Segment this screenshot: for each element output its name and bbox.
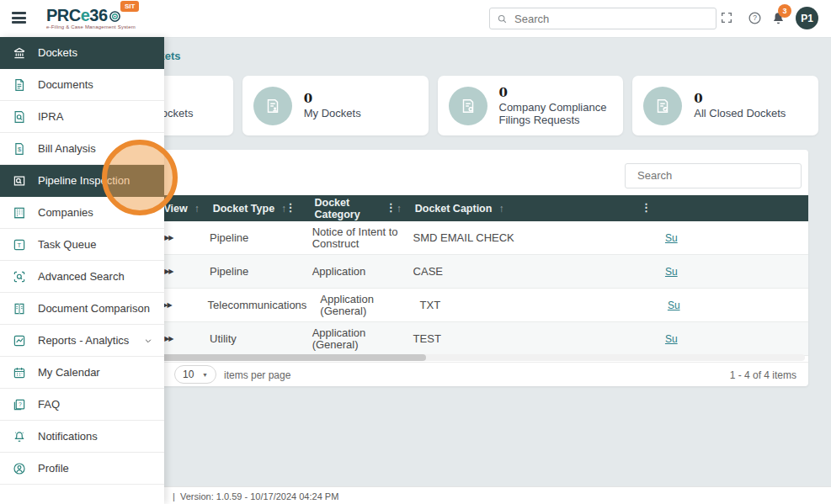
sidebar: Dockets Documents IPRA $ Bill Analysis P… [0,37,164,504]
card-count: 0 [499,86,624,99]
sidebar-item-documents[interactable]: Documents [0,69,164,101]
row-link[interactable]: Su [665,232,678,244]
sidebar-item-label: Profile [38,462,69,475]
column-label: Docket Caption [415,203,493,215]
sidebar-item-label: FAQ [38,398,60,411]
document-plus-icon [449,87,487,125]
page-size-select[interactable]: 10 ▼ [174,365,216,384]
task-icon: T [12,237,27,252]
cell-docket-caption: TEST [400,322,657,355]
app-window: Dockets 0 All Open Dockets 0 My Dockets [0,0,831,504]
fullscreen-icon[interactable] [720,11,733,24]
version-label: Version: 1.0.59 - 10/17/2024 04:24 PM [180,491,338,501]
sidebar-item-label: Notifications [38,430,98,443]
pager-range-label: 1 - 4 of 4 items [730,369,796,381]
sidebar-item-faq[interactable]: ? FAQ [0,389,164,421]
row-link[interactable]: Su [668,300,680,311]
card-company-compliance[interactable]: 0 Company Compliance Filings Requests [438,76,624,135]
sidebar-item-label: Bill Analysis [38,142,96,155]
top-bar: PRCe36 e-Filing & Case Management System… [0,0,831,38]
sort-asc-icon: ↑ [498,203,503,215]
user-avatar[interactable]: P1 [796,7,818,29]
bank-icon [12,45,27,61]
expand-row-icon[interactable]: ▶▶ [164,232,173,244]
cell-docket-caption: CASE [400,255,657,288]
column-header-docket-category[interactable]: Docket Category↑⋮ [301,195,402,221]
notification-count-badge: 3 [778,4,791,18]
sidebar-item-label: My Calendar [38,366,100,379]
sidebar-item-task-queue[interactable]: T Task Queue [0,229,164,261]
menu-toggle-icon[interactable] [12,12,26,24]
svg-text:?: ? [19,401,22,406]
search-icon [497,13,508,24]
column-menu-icon[interactable]: ⋮ [285,202,296,214]
column-header-docket-caption[interactable]: Docket Caption↑⋮ [402,195,657,221]
sidebar-item-label: Task Queue [38,238,96,251]
bell-icon [12,429,27,444]
card-label: Company Compliance Filings Requests [499,101,624,126]
expand-row-icon[interactable]: ▶▶ [164,266,173,278]
sidebar-item-label: Advanced Search [38,270,125,283]
building-icon [12,205,27,220]
document-icon [12,77,27,93]
sidebar-item-label: Companies [38,206,93,219]
file-search-icon [12,109,27,125]
profile-icon [12,461,27,476]
advanced-search-icon [12,269,27,284]
card-all-closed-dockets[interactable]: 0 All Closed Dockets [632,76,818,135]
sidebar-item-my-calendar[interactable]: My Calendar [0,357,164,389]
global-search[interactable] [489,8,716,29]
document-user-icon [253,87,292,125]
card-my-dockets[interactable]: 0 My Dockets [242,76,429,135]
cell-docket-caption: TXT [407,289,659,321]
sidebar-item-advanced-search[interactable]: Advanced Search [0,261,164,293]
environment-badge: SIT [120,1,139,12]
card-count: 0 [694,92,786,105]
sidebar-item-document-comparison[interactable]: Document Comparison [0,293,164,325]
chart-icon [12,333,27,348]
sidebar-item-ipra[interactable]: IPRA [0,101,164,133]
column-menu-icon[interactable]: ⋮ [641,202,652,214]
column-header-docket-type[interactable]: Docket Type↑⋮ [200,195,301,221]
sidebar-item-dockets[interactable]: Dockets [0,37,164,69]
row-link[interactable]: Su [665,333,678,345]
column-label: Docket Type [213,203,274,215]
pipeline-search-icon [12,173,27,188]
sidebar-item-label: Reports - Analytics [38,334,129,347]
sidebar-item-profile[interactable]: Profile [0,453,164,485]
document-check-icon [643,87,682,125]
column-menu-icon[interactable]: ⋮ [386,202,397,214]
column-label: Docket Category [315,197,390,220]
card-label: My Dockets [304,107,361,119]
column-header-next[interactable] [657,195,808,221]
cell-docket-caption: SMD EMAIL CHECK [400,221,657,254]
calendar-icon [12,365,27,380]
logo-swirl-icon [109,10,121,23]
expand-row-icon[interactable]: ▶▶ [164,333,173,345]
svg-text:?: ? [753,13,757,22]
sidebar-item-reports-analytics[interactable]: Reports - Analytics [0,325,164,357]
grid-filter-search[interactable] [625,163,802,188]
sidebar-item-notifications[interactable]: Notifications [0,421,164,453]
global-search-input[interactable] [513,12,693,26]
svg-text:T: T [18,241,22,248]
page-size-value: 10 [183,369,194,380]
cell-docket-type: Pipeline [196,255,299,288]
sidebar-item-label: Documents [38,78,93,91]
cell-docket-type: Pipeline [196,221,299,254]
row-link[interactable]: Su [665,266,678,278]
chevron-down-icon: ▼ [202,372,208,378]
cell-docket-category: Application (General) [299,322,400,355]
footer-separator: | [173,491,175,501]
cell-docket-type: Telecommunications [194,289,307,321]
help-icon[interactable]: ? [748,11,762,25]
cell-docket-category: Application [299,255,400,288]
click-indicator [102,140,178,215]
card-label: All Closed Dockets [694,107,786,119]
card-count: 0 [304,92,361,105]
sidebar-item-label: IPRA [38,110,63,123]
cell-docket-type: Utility [196,322,299,355]
items-per-page-label: items per page [224,369,290,381]
grid-filter-input[interactable] [636,168,791,183]
chevron-down-icon [144,337,152,345]
